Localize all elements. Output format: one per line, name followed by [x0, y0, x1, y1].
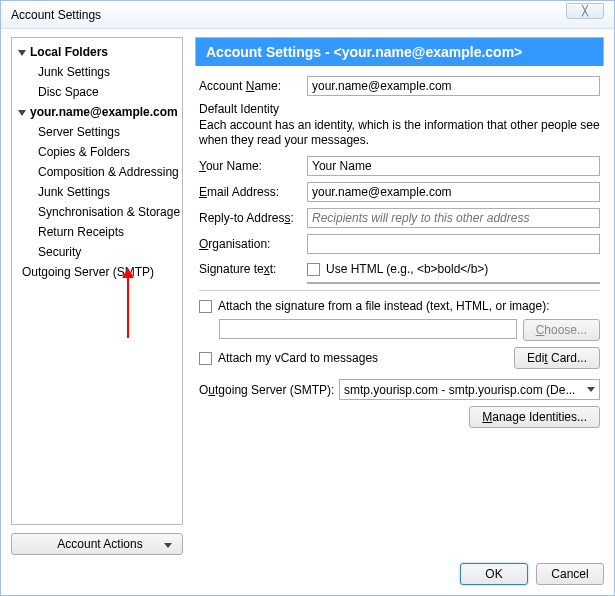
divider [199, 290, 600, 291]
panel-body: Account Name: Default Identity Each acco… [195, 66, 604, 525]
organisation-input[interactable] [307, 234, 600, 254]
organisation-row: Organisation: [199, 234, 600, 254]
smtp-row: Outgoing Server (SMTP): smtp.yourisp.com… [199, 379, 600, 400]
account-name-label: Account Name: [199, 79, 307, 93]
organisation-label: Organisation: [199, 237, 307, 251]
smtp-select[interactable]: smtp.yourisp.com - smtp.yourisp.com (De.… [339, 379, 600, 400]
account-name-input[interactable] [307, 76, 600, 96]
tree-account-email[interactable]: your.name@example.com [14, 102, 180, 122]
reply-to-row: Reply-to Address: [199, 208, 600, 228]
twisty-icon [18, 110, 26, 116]
edit-card-button[interactable]: Edit Card... [514, 347, 600, 369]
chevron-down-icon [164, 543, 172, 548]
main-row: Local Folders Junk Settings Disc Space y… [11, 37, 604, 525]
attach-sig-file-label: Attach the signature from a file instead… [218, 299, 549, 313]
signature-row: Signature text: Use HTML (e.g., <b>bold<… [199, 262, 600, 284]
titlebar: Account Settings ╳ [1, 1, 614, 29]
sidebar: Local Folders Junk Settings Disc Space y… [11, 37, 183, 525]
signature-label: Signature text: [199, 262, 307, 276]
your-name-label: Your Name: [199, 159, 307, 173]
manage-identities-row: Manage Identities... [199, 406, 600, 428]
tree-sync-storage[interactable]: Synchronisation & Storage [14, 202, 180, 222]
email-input[interactable] [307, 182, 600, 202]
sig-file-row: Choose... [199, 319, 600, 341]
close-icon: ╳ [582, 5, 588, 16]
vcard-checkbox[interactable] [199, 352, 212, 365]
your-name-row: Your Name: [199, 156, 600, 176]
manage-identities-button[interactable]: Manage Identities... [469, 406, 600, 428]
cancel-button[interactable]: Cancel [536, 563, 604, 585]
dialog-buttons: OK Cancel [11, 563, 604, 585]
vcard-row: Attach my vCard to messages Edit Card... [199, 347, 600, 369]
vcard-label: Attach my vCard to messages [218, 351, 378, 365]
content-area: Local Folders Junk Settings Disc Space y… [1, 29, 614, 595]
choose-button[interactable]: Choose... [523, 319, 600, 341]
close-button[interactable]: ╳ [566, 3, 604, 19]
tree-return-receipts[interactable]: Return Receipts [14, 222, 180, 242]
default-identity-label: Default Identity [199, 102, 600, 116]
window-title: Account Settings [7, 8, 101, 22]
attach-sig-file-checkbox[interactable] [199, 300, 212, 313]
panel-title: Account Settings - <your.name@example.co… [195, 37, 604, 66]
attach-sig-file-row: Attach the signature from a file instead… [199, 299, 600, 313]
tree-junk-settings-account[interactable]: Junk Settings [14, 182, 180, 202]
smtp-label: Outgoing Server (SMTP): [199, 383, 339, 397]
use-html-row: Use HTML (e.g., <b>bold</b>) [307, 262, 600, 276]
account-name-row: Account Name: [199, 76, 600, 96]
your-name-input[interactable] [307, 156, 600, 176]
tree-server-settings[interactable]: Server Settings [14, 122, 180, 142]
signature-textarea[interactable] [307, 282, 600, 284]
account-tree: Local Folders Junk Settings Disc Space y… [14, 42, 180, 520]
use-html-checkbox[interactable] [307, 263, 320, 276]
reply-to-input[interactable] [307, 208, 600, 228]
tree-copies-folders[interactable]: Copies & Folders [14, 142, 180, 162]
chevron-down-icon [587, 387, 595, 392]
tree-outgoing-smtp[interactable]: Outgoing Server (SMTP) [14, 262, 180, 282]
ok-button[interactable]: OK [460, 563, 528, 585]
reply-to-label: Reply-to Address: [199, 211, 307, 225]
smtp-select-value: smtp.yourisp.com - smtp.yourisp.com (De.… [344, 383, 575, 397]
account-actions-button[interactable]: Account Actions [11, 533, 183, 555]
settings-panel: Account Settings - <your.name@example.co… [195, 37, 604, 525]
tree-composition-addressing[interactable]: Composition & Addressing [14, 162, 180, 182]
tree-disc-space[interactable]: Disc Space [14, 82, 180, 102]
twisty-icon [18, 50, 26, 56]
identity-description: Each account has an identity, which is t… [199, 118, 600, 148]
footer-row: Account Actions [11, 533, 604, 555]
sig-file-input[interactable] [219, 319, 517, 339]
use-html-label: Use HTML (e.g., <b>bold</b>) [326, 262, 488, 276]
email-row: Email Address: [199, 182, 600, 202]
email-label: Email Address: [199, 185, 307, 199]
tree-local-folders[interactable]: Local Folders [14, 42, 180, 62]
account-settings-dialog: Account Settings ╳ Local Folders Junk Se… [0, 0, 615, 596]
tree-junk-settings-local[interactable]: Junk Settings [14, 62, 180, 82]
tree-security[interactable]: Security [14, 242, 180, 262]
